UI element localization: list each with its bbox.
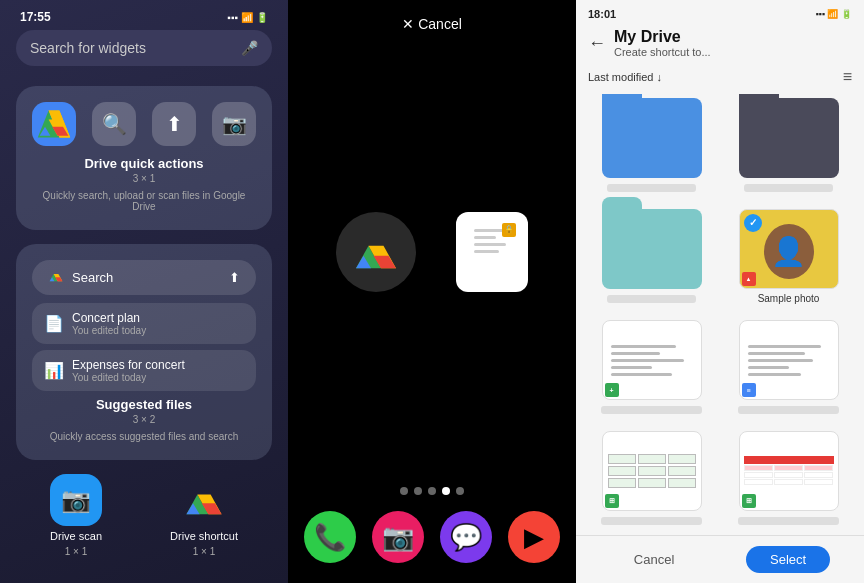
search-widgets-bar[interactable]: Search for widgets 🎤	[16, 30, 272, 66]
drive-logo-icon	[36, 106, 72, 142]
status-icons-panel3: ▪▪▪ 📶 🔋	[815, 8, 852, 20]
quick-actions-subtitle: Quickly search, upload or scan files in …	[32, 190, 256, 212]
file-name-2: Expenses for concert	[72, 358, 185, 372]
time-panel1: 17:55	[20, 10, 51, 24]
drive-scan-widget[interactable]: 📷 Drive scan 1 × 1	[50, 474, 102, 557]
my-drive-header: ← My Drive Create shortcut to...	[576, 24, 864, 64]
create-shortcut-subtitle: Create shortcut to...	[614, 46, 711, 58]
sort-label: Last modified	[588, 71, 653, 83]
panel-my-drive: 18:01 ▪▪▪ 📶 🔋 ← My Drive Create shortcut…	[576, 0, 864, 583]
back-button[interactable]: ←	[588, 33, 606, 54]
doc1-label-blur	[601, 406, 703, 414]
status-bar-panel1: 17:55 ▪▪▪ 📶 🔋	[16, 0, 272, 30]
drive-title-group: My Drive Create shortcut to...	[614, 28, 711, 58]
folder-label-blur-3	[607, 295, 696, 303]
suggested-files-card[interactable]: Search ⬆ 📄 Concert plan You edited today…	[16, 244, 272, 460]
dock-phone-icon[interactable]: 📞	[304, 511, 356, 563]
scan-widget-icon: 📷	[50, 474, 102, 526]
drive-picker-footer: Cancel Select	[576, 535, 864, 583]
drive-quick-actions-card[interactable]: 🔍 ⬆ 📷 Drive quick actions 3 × 1 Quickly …	[16, 86, 272, 230]
my-drive-title: My Drive	[614, 28, 711, 46]
search-label: Search	[72, 270, 113, 285]
sort-button[interactable]: Last modified ↓	[588, 71, 662, 83]
dock-youtube-icon[interactable]: ▶	[508, 511, 560, 563]
folder-blue-icon	[602, 98, 702, 178]
status-icons-panel1: ▪▪▪ 📶 🔋	[227, 12, 268, 23]
drive-shortcut-widget[interactable]: Drive shortcut 1 × 1	[170, 474, 238, 557]
bottom-dock: 📞 📷 💬 ▶	[304, 511, 560, 563]
sheet2-thumbnail: ⊞	[739, 431, 839, 511]
folder-dark-icon	[739, 98, 839, 178]
photo-type-badge: ▲	[742, 272, 756, 286]
grid-item-folder-dark[interactable]	[725, 98, 852, 199]
sort-arrow-icon: ↓	[656, 71, 662, 83]
scan-label: Drive scan	[50, 530, 102, 542]
file-sub-1: You edited today	[72, 325, 146, 336]
panel-homescreen: ✕ Cancel 🔒	[288, 0, 576, 583]
drive-app-icon[interactable]	[336, 212, 416, 292]
sample-photo-label: Sample photo	[758, 293, 820, 304]
folder-label-blur-2	[744, 184, 833, 192]
suggested-files-subtitle: Quickly access suggested files and searc…	[32, 431, 256, 442]
grid-item-folder-blue[interactable]	[588, 98, 715, 199]
file-item-expenses[interactable]: 📊 Expenses for concert You edited today	[32, 350, 256, 391]
grid-item-sheet2[interactable]: ⊞	[725, 431, 852, 532]
mic-icon[interactable]: 🎤	[241, 40, 258, 56]
selected-checkmark: ✓	[744, 214, 762, 232]
dock-messenger-icon[interactable]: 💬	[440, 511, 492, 563]
sheet2-label-blur	[738, 517, 840, 525]
scan-action-icon: 📷	[212, 102, 256, 146]
folder-teal-icon	[602, 209, 702, 289]
grid-item-sample-photo[interactable]: ✓ 👤 ▲ Sample photo	[725, 209, 852, 311]
doc2-label-blur	[738, 406, 840, 414]
upload-icon-row: ⬆	[229, 270, 240, 285]
photo-thumbnail: ✓ 👤 ▲	[739, 209, 839, 289]
drive-icon-circle	[32, 102, 76, 146]
grid-item-sheet1[interactable]: ⊞	[588, 431, 715, 532]
search-action-icon: 🔍	[92, 102, 136, 146]
suggested-files-title: Suggested files	[32, 397, 256, 412]
dock-camera-icon[interactable]: 📷	[372, 511, 424, 563]
scan-size: 1 × 1	[65, 546, 88, 557]
file-sub-2: You edited today	[72, 372, 185, 383]
cancel-button-picker[interactable]: Cancel	[610, 546, 698, 573]
doc-icon-blue: 📄	[44, 314, 64, 333]
select-button-picker[interactable]: Select	[746, 546, 830, 573]
quick-actions-title: Drive quick actions	[32, 156, 256, 171]
shortcut-size: 1 × 1	[193, 546, 216, 557]
bottom-widgets-row: 📷 Drive scan 1 × 1 Drive shortcut 1 × 1	[16, 474, 272, 557]
panel-widget-picker: 17:55 ▪▪▪ 📶 🔋 Search for widgets 🎤	[0, 0, 288, 583]
drive-files-grid: ✓ 👤 ▲ Sample photo	[576, 94, 864, 535]
file-name-1: Concert plan	[72, 311, 146, 325]
sheet1-thumbnail: ⊞	[602, 431, 702, 511]
search-widgets-label: Search for widgets	[30, 40, 146, 56]
upload-action-icon: ⬆	[152, 102, 196, 146]
floating-icons-area: 🔒	[288, 0, 576, 503]
folder-label-blur-1	[607, 184, 696, 192]
grid-item-doc1[interactable]: +	[588, 320, 715, 421]
suggested-files-size: 3 × 2	[32, 414, 256, 425]
grid-item-folder-teal[interactable]	[588, 209, 715, 311]
list-view-icon[interactable]: ≡	[843, 68, 852, 86]
shortcut-widget-icon	[178, 474, 230, 526]
doc2-thumbnail: ≡	[739, 320, 839, 400]
shortcut-label: Drive shortcut	[170, 530, 238, 542]
doc-app-icon[interactable]: 🔒	[456, 212, 528, 292]
status-bar-panel3: 18:01 ▪▪▪ 📶 🔋	[576, 0, 864, 24]
doc1-thumbnail: +	[602, 320, 702, 400]
file-item-concert-plan[interactable]: 📄 Concert plan You edited today	[32, 303, 256, 344]
time-panel3: 18:01	[588, 8, 616, 20]
quick-actions-size: 3 × 1	[32, 173, 256, 184]
sheet-icon-green: 📊	[44, 361, 64, 380]
grid-item-doc2[interactable]: ≡	[725, 320, 852, 421]
drive-search-icon	[48, 268, 64, 287]
quick-action-icons: 🔍 ⬆ 📷	[32, 102, 256, 146]
sheet1-label-blur	[601, 517, 703, 525]
search-row[interactable]: Search ⬆	[32, 260, 256, 295]
drive-toolbar: Last modified ↓ ≡	[576, 64, 864, 94]
